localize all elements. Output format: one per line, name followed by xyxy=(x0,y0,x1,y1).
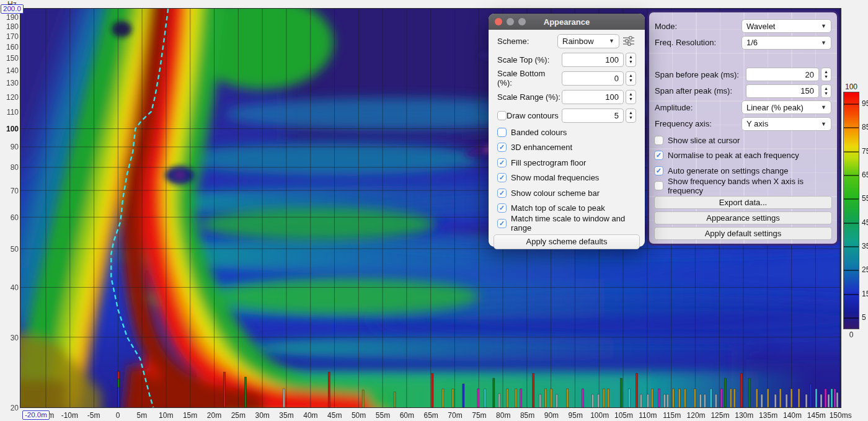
colorbar-tick xyxy=(844,127,859,128)
checkbox-row: ✓Match time scale to window and range xyxy=(489,216,645,231)
y-tick-label: 70 xyxy=(0,187,19,195)
chevron-down-icon: ▼ xyxy=(816,40,826,46)
stepper[interactable]: ▲▼ xyxy=(626,90,636,104)
colorbar-tick xyxy=(844,151,859,153)
span-before-peak-ms--field[interactable]: 20 xyxy=(746,68,819,81)
field-label: Amplitude: xyxy=(655,103,693,112)
checkbox-label: Show frequency bands when X axis is freq… xyxy=(668,177,832,195)
spectrogram-settings-panel: Mode:Wavelet▼Freq. Resolution:1/6▼Span b… xyxy=(647,11,839,246)
mode--select[interactable]: Wavelet▼ xyxy=(742,19,831,33)
stepper[interactable]: ▲▼ xyxy=(626,109,636,123)
colorbar-tick-label: 95 xyxy=(862,99,868,108)
scheme-select[interactable]: Rainbow▼ xyxy=(557,34,619,48)
scale-bottom--field[interactable]: 0 xyxy=(562,71,624,86)
checkbox-banded-colours[interactable]: ✓ xyxy=(497,128,507,137)
y-tick-label: 180 xyxy=(0,22,19,31)
checkbox-normalise-to-peak-at-each-frequency[interactable]: ✓ xyxy=(654,151,663,160)
dialog-row: Scale Bottom (%):0▲▼ xyxy=(489,69,645,87)
checkbox-label: 3D enhancement xyxy=(511,143,572,152)
field-label: Scheme: xyxy=(497,37,529,46)
checkbox-label: Show slice at cursor xyxy=(668,136,740,145)
scale-range--field[interactable]: 100 xyxy=(562,90,624,104)
amplitude--select[interactable]: Linear (% peak)▼ xyxy=(742,100,831,114)
span-after-peak-ms--field[interactable]: 150 xyxy=(746,84,819,98)
checkbox-auto-generate-on-settings-change[interactable]: ✓ xyxy=(654,166,663,175)
checkbox-match-time-scale-to-window-and-range[interactable]: ✓ xyxy=(497,219,507,228)
chevron-down-icon: ▼ xyxy=(604,38,614,44)
colorbar-tick xyxy=(844,246,859,247)
checkbox-show-colour-scheme-bar[interactable]: ✓ xyxy=(497,188,507,198)
panel-row: Span after peak (ms):150▲▼ xyxy=(649,83,837,100)
appearance-settings-button[interactable]: Appearance settings xyxy=(654,211,832,225)
checkbox-match-top-of-scale-to-peak[interactable]: ✓ xyxy=(497,203,507,213)
export-data--button[interactable]: Export data... xyxy=(654,196,832,210)
checkbox-row: ✓Show modal frequencies xyxy=(489,171,645,186)
checkbox-label: Match top of scale to peak xyxy=(511,203,605,213)
scale-top--field[interactable]: 100 xyxy=(562,53,624,67)
checkbox-row: ✓3D enhancement xyxy=(489,140,645,156)
y-tick-label: 170 xyxy=(0,32,19,41)
close-window-icon[interactable] xyxy=(495,18,502,25)
colorbar-tick-label: 35 xyxy=(862,242,868,250)
checkbox-label: Banded colours xyxy=(511,128,567,137)
field-label: Freq. Resolution: xyxy=(655,38,716,47)
panel-row: Freq. Resolution:1/6▼ xyxy=(649,35,837,51)
chevron-down-icon: ▼ xyxy=(816,23,826,29)
y-tick-label: 130 xyxy=(0,79,19,87)
frequency-axis--select[interactable]: Y axis▼ xyxy=(742,117,831,131)
stepper[interactable]: ▲▼ xyxy=(821,68,831,81)
appearance-dialog-titlebar[interactable]: Appearance xyxy=(489,14,645,30)
checkbox-show-slice-at-cursor[interactable]: ✓ xyxy=(654,136,663,145)
field-label: Scale Bottom (%): xyxy=(497,69,562,87)
minimize-window-icon[interactable] xyxy=(507,18,514,25)
colorbar-tick xyxy=(844,104,859,105)
checkbox-row: ✓Normalise to peak at each frequency xyxy=(649,148,837,164)
colorbar-tick xyxy=(844,270,859,271)
stepper[interactable]: ▲▼ xyxy=(626,71,636,86)
x-tick-label: 150ms xyxy=(825,411,856,420)
panel-row: Mode:Wavelet▼ xyxy=(649,18,837,35)
field-label: Scale Range (%): xyxy=(497,92,560,102)
dialog-row: Scheme:Rainbow▼ xyxy=(489,32,645,50)
y-tick-label: 80 xyxy=(0,163,19,172)
y-tick-label: 60 xyxy=(0,213,19,222)
chevron-down-icon: ▼ xyxy=(816,104,826,110)
y-tick-label: 40 xyxy=(0,283,19,292)
colorbar-tick xyxy=(844,223,859,224)
colorbar-tick xyxy=(844,317,859,319)
checkbox-label: Fill spectrogram floor xyxy=(511,158,586,167)
checkbox-label: Auto generate on settings change xyxy=(668,166,788,175)
appearance-dialog: Appearance Scheme:Rainbow▼Scale Top (%):… xyxy=(489,14,645,247)
y-tick-label: 160 xyxy=(0,43,19,51)
colorbar-tick-label: 55 xyxy=(862,194,868,203)
scheme-settings-sliders-icon[interactable] xyxy=(621,35,636,47)
x-axis-min-field[interactable]: -20.0m xyxy=(22,410,50,420)
y-tick-label: 110 xyxy=(0,108,19,117)
freq-resolution--select[interactable]: 1/6▼ xyxy=(742,36,831,50)
field-label: Frequency axis: xyxy=(655,119,712,128)
colorbar-tick xyxy=(844,198,859,200)
zoom-window-icon[interactable] xyxy=(518,18,526,25)
y-tick-label: 150 xyxy=(0,54,19,63)
field-label: Span after peak (ms): xyxy=(655,86,732,95)
field-label: Scale Top (%): xyxy=(497,55,549,64)
checkbox-show-frequency-bands-when-x-axis-is-frequency[interactable]: ✓ xyxy=(654,181,663,190)
checkbox-draw-contours[interactable]: ✓ xyxy=(497,111,507,120)
checkbox-label: Normalise to peak at each frequency xyxy=(668,151,799,160)
stepper[interactable]: ▲▼ xyxy=(626,53,636,67)
y-tick-label: 100 xyxy=(0,125,19,133)
apply-scheme-defaults-button[interactable]: Apply scheme defaults xyxy=(494,234,640,249)
y-axis-max-field[interactable]: 200.0 xyxy=(1,4,24,14)
checkbox-show-modal-frequencies[interactable]: ✓ xyxy=(497,173,507,182)
draw-contours-field[interactable]: 5 xyxy=(562,109,624,123)
apply-default-settings-button[interactable]: Apply default settings xyxy=(654,227,832,241)
stepper[interactable]: ▲▼ xyxy=(821,84,831,98)
checkbox-3d-enhancement[interactable]: ✓ xyxy=(497,143,507,152)
colorbar-tick-label: 75 xyxy=(862,147,868,156)
checkbox-row: ✓Show slice at cursor xyxy=(649,133,837,148)
checkbox-row: ✓Show colour scheme bar xyxy=(489,185,645,201)
dialog-row: ✓Draw contours5▲▼ xyxy=(489,106,645,125)
colorbar-tick-label: 5 xyxy=(862,313,866,322)
checkbox-fill-spectrogram-floor[interactable]: ✓ xyxy=(497,158,507,167)
window-controls xyxy=(495,14,526,30)
